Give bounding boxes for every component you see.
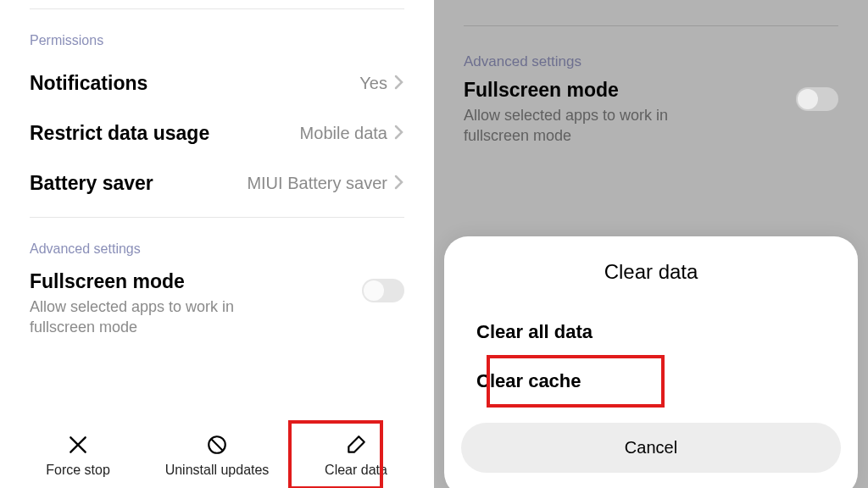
force-stop-button[interactable]: Force stop <box>8 429 147 483</box>
tutorial-highlight-clear-cache <box>487 355 665 408</box>
restrict-data-row[interactable]: Restrict data usage Mobile data <box>30 108 404 158</box>
chevron-right-icon <box>394 175 404 192</box>
fullscreen-mode-title: Fullscreen mode <box>30 270 284 293</box>
permissions-header: Permissions <box>30 33 404 48</box>
force-stop-label: Force stop <box>46 463 110 478</box>
advanced-settings-section: Advanced settings Fullscreen mode Allow … <box>434 53 868 147</box>
uninstall-updates-label: Uninstall updates <box>165 463 270 478</box>
battery-saver-value: MIUI Battery saver <box>247 174 387 193</box>
fullscreen-mode-title: Fullscreen mode <box>464 79 718 102</box>
fullscreen-mode-desc: Allow selected apps to work in fullscree… <box>30 297 284 338</box>
section-divider <box>30 217 404 218</box>
clear-data-dialog-screen: Advanced settings Fullscreen mode Allow … <box>434 0 868 488</box>
fullscreen-mode-row[interactable]: Fullscreen mode Allow selected apps to w… <box>30 267 404 347</box>
top-divider <box>464 25 838 26</box>
chevron-right-icon <box>394 125 404 142</box>
top-divider <box>30 8 404 9</box>
clear-data-sheet: Clear data Clear all data Clear cache Ca… <box>444 236 858 488</box>
notifications-row[interactable]: Notifications Yes <box>30 58 404 108</box>
clear-all-data-option[interactable]: Clear all data <box>461 308 841 357</box>
fullscreen-toggle <box>796 87 838 111</box>
permissions-section: Permissions Notifications Yes Restrict d… <box>0 33 434 208</box>
battery-saver-row[interactable]: Battery saver MIUI Battery saver <box>30 158 404 208</box>
restrict-data-title: Restrict data usage <box>30 122 209 145</box>
app-info-screen: Permissions Notifications Yes Restrict d… <box>0 0 434 488</box>
uninstall-updates-button[interactable]: Uninstall updates <box>147 429 287 483</box>
cancel-button[interactable]: Cancel <box>461 423 841 473</box>
fullscreen-toggle[interactable] <box>362 279 404 302</box>
advanced-settings-section: Advanced settings Fullscreen mode Allow … <box>0 241 434 347</box>
tutorial-highlight-clear-data <box>288 420 383 488</box>
notifications-title: Notifications <box>30 72 147 95</box>
battery-saver-title: Battery saver <box>30 172 153 195</box>
close-x-icon <box>67 434 89 459</box>
advanced-settings-header: Advanced settings <box>464 53 838 70</box>
fullscreen-mode-row: Fullscreen mode Allow selected apps to w… <box>464 79 838 147</box>
restrict-data-value: Mobile data <box>300 124 387 143</box>
clear-data-sheet-title: Clear data <box>461 260 841 284</box>
notifications-right: Yes <box>359 74 404 93</box>
fullscreen-mode-desc: Allow selected apps to work in fullscree… <box>464 105 718 147</box>
advanced-settings-header: Advanced settings <box>30 241 404 257</box>
chevron-right-icon <box>394 75 404 92</box>
prohibit-icon <box>206 434 228 459</box>
notifications-value: Yes <box>359 74 387 93</box>
